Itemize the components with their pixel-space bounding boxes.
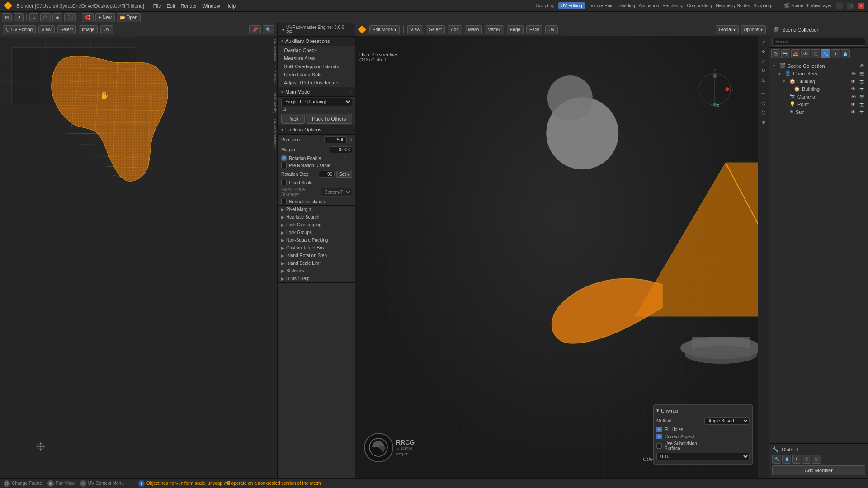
toolbar-icon-3[interactable]: ○ bbox=[29, 13, 38, 22]
cam-render[interactable]: 📷 bbox=[859, 94, 864, 99]
menu-file[interactable]: File bbox=[153, 3, 161, 9]
mod-icon-1[interactable]: 🔧 bbox=[772, 455, 781, 464]
pt-vis[interactable]: 👁 bbox=[851, 102, 856, 107]
bld2-render[interactable]: 📷 bbox=[859, 87, 864, 91]
overlap-check[interactable]: Overlap Check bbox=[278, 46, 355, 54]
tree-point[interactable]: 💡 Point 👁 📷 bbox=[769, 100, 868, 108]
uv-uv-btn[interactable]: UV bbox=[100, 25, 113, 34]
island-rotation-row[interactable]: ▶ Island Rotation Step bbox=[278, 252, 355, 259]
prop-icon-particles[interactable]: ✦ bbox=[831, 49, 840, 58]
workspace-uv[interactable]: UV Editing bbox=[558, 2, 585, 9]
fixed-scale-checkbox[interactable] bbox=[281, 180, 287, 185]
pre-rotation-checkbox[interactable] bbox=[281, 163, 287, 168]
minimize-btn[interactable]: ─ bbox=[836, 3, 843, 9]
prop-icon-render[interactable]: 📷 bbox=[781, 49, 790, 58]
prop-icon-scene[interactable]: 🎬 bbox=[771, 49, 780, 58]
options-btn[interactable]: Options ▾ bbox=[741, 25, 766, 34]
tree-scene[interactable]: ▾ 🎬 Scene Collection 👁 bbox=[769, 62, 868, 70]
uv-select-btn[interactable]: Select bbox=[57, 25, 76, 34]
undo-island-split[interactable]: Undo Island Split bbox=[278, 70, 355, 79]
vp-tool-6[interactable]: ✏ bbox=[760, 89, 768, 98]
margin-input[interactable] bbox=[330, 146, 352, 153]
bld1-vis[interactable]: 👁 bbox=[851, 79, 856, 84]
mod-icon-3[interactable]: ✦ bbox=[792, 455, 801, 464]
pack-to-others-btn[interactable]: Pack To Others bbox=[306, 114, 352, 124]
vp-tool-9[interactable]: ⊕ bbox=[760, 118, 768, 126]
vp-tool-1[interactable]: ↗ bbox=[760, 38, 768, 46]
pack-btn[interactable]: Pack bbox=[281, 114, 305, 124]
uv-view-btn[interactable]: View bbox=[38, 25, 55, 34]
maximize-btn[interactable]: □ bbox=[847, 3, 854, 9]
hints-help-row[interactable]: ▶ Hints / Help bbox=[278, 275, 355, 282]
packing-mode-extra[interactable]: ⊞ bbox=[282, 106, 286, 112]
menu-edit[interactable]: Edit bbox=[166, 3, 175, 9]
vp-tool-7[interactable]: ◎ bbox=[760, 99, 768, 107]
tree-characters[interactable]: ▾ 👤 Characters 👁 📷 bbox=[769, 70, 868, 77]
workspace-animation[interactable]: Animation bbox=[639, 3, 659, 8]
precision-input[interactable] bbox=[324, 136, 347, 143]
workspace-rendering[interactable]: Rendering bbox=[662, 3, 683, 8]
mod-icon-5[interactable]: ◎ bbox=[812, 455, 821, 464]
vp-tool-3[interactable]: ⤢ bbox=[760, 57, 768, 65]
prop-icon-modifier[interactable]: 🔧 bbox=[821, 49, 830, 58]
toolbar-icon-4[interactable]: ⬡ bbox=[40, 13, 51, 22]
uv-search-btn[interactable]: 🔍 bbox=[263, 25, 274, 34]
workspace-scripting[interactable]: Scripting bbox=[754, 3, 771, 8]
workspace-geometry[interactable]: Geometry Nodes bbox=[716, 3, 750, 8]
bld1-render[interactable]: 📷 bbox=[859, 79, 864, 84]
toolbar-icon-2[interactable]: ↗ bbox=[14, 13, 24, 22]
lock-groups-row[interactable]: ▶ Lock Groups bbox=[278, 229, 355, 236]
vp-edge-btn[interactable]: Edge bbox=[507, 25, 524, 34]
fixed-scale-strategy-select[interactable]: Bottom-Top bbox=[321, 188, 352, 197]
fill-holes-checkbox[interactable] bbox=[656, 427, 662, 432]
tree-camera[interactable]: 📷 Camera 👁 📷 bbox=[769, 93, 868, 100]
packing-options-header[interactable]: ▾ Packing Options bbox=[278, 125, 355, 135]
vp-tool-5[interactable]: ⇲ bbox=[760, 76, 768, 84]
mod-icon-4[interactable]: ⬡ bbox=[802, 455, 811, 464]
vp-mesh-btn[interactable]: Mesh bbox=[465, 25, 482, 34]
chars-vis[interactable]: 👁 bbox=[851, 71, 856, 76]
sun-vis[interactable]: 👁 bbox=[851, 109, 856, 115]
scene-vis[interactable]: 👁 bbox=[859, 63, 864, 69]
statistics-row[interactable]: ▶ Statistics bbox=[278, 267, 355, 275]
open-btn[interactable]: 📂 Open bbox=[117, 13, 141, 22]
add-modifier-btn[interactable]: Add Modifier bbox=[772, 465, 865, 475]
adjust-td[interactable]: Adjust TD To Unselected bbox=[278, 79, 355, 87]
aux-ops-header[interactable]: ▾ Auxiliary Operations bbox=[278, 37, 355, 46]
vp-select-btn[interactable]: Select bbox=[426, 25, 445, 34]
subdiv-value-select[interactable]: 0.10 bbox=[656, 453, 750, 460]
lock-overlapping-row[interactable]: ▶ Lock Overlapping bbox=[278, 221, 355, 229]
viewport-mode-btn[interactable]: Edit Mode ▾ bbox=[369, 25, 400, 34]
cam-vis[interactable]: 👁 bbox=[851, 94, 856, 99]
tree-building-1[interactable]: ▾ 🏠 Building 👁 📷 bbox=[769, 77, 868, 85]
tree-building-2[interactable]: 🏠 Building 👁 📷 bbox=[769, 85, 868, 93]
tree-sun[interactable]: ☀ Sun 👁 📷 bbox=[769, 108, 868, 116]
pt-render[interactable]: 📷 bbox=[859, 102, 864, 107]
heuristic-search-row[interactable]: ▶ Heuristic Search bbox=[278, 213, 355, 221]
prop-icon-output[interactable]: 📤 bbox=[791, 49, 800, 58]
menu-help[interactable]: Help bbox=[226, 3, 236, 9]
prop-search-input[interactable] bbox=[772, 38, 865, 46]
uv-label-packmaster[interactable]: UVPackmaster3 bbox=[269, 116, 277, 151]
close-btn[interactable]: ✕ bbox=[858, 3, 864, 9]
pixel-margin-row[interactable]: ▶ Pixel Margin bbox=[278, 206, 355, 213]
island-scale-row[interactable]: ▶ Island Scale Limit bbox=[278, 259, 355, 267]
uv-label-toolkit[interactable]: UV Toolkit bbox=[269, 64, 277, 87]
subdiv-checkbox[interactable] bbox=[656, 443, 662, 449]
uv-mode-btn[interactable]: ⬡ UV Editing bbox=[3, 25, 36, 34]
chars-render-vis[interactable]: 📷 bbox=[859, 71, 864, 76]
snap-btn[interactable]: 🧲 bbox=[82, 13, 94, 22]
rotation-enable-checkbox[interactable] bbox=[281, 155, 287, 161]
vp-tool-8[interactable]: ⬡ bbox=[760, 108, 768, 117]
vp-add-btn[interactable]: Add bbox=[448, 25, 462, 34]
prop-icon-physics[interactable]: 💧 bbox=[841, 49, 850, 58]
unwrap-collapse-arrow[interactable]: ▾ bbox=[656, 408, 659, 413]
rotation-step-btn[interactable]: Set ▾ bbox=[336, 171, 352, 178]
vp-tool-4[interactable]: ↻ bbox=[760, 66, 768, 75]
bld2-vis[interactable]: 👁 bbox=[851, 86, 856, 92]
non-square-row[interactable]: ▶ Non-Square Packing bbox=[278, 236, 355, 244]
main-mode-header[interactable]: ▾ Main Mode ≡ bbox=[278, 87, 355, 97]
mod-icon-2[interactable]: 💧 bbox=[782, 455, 791, 464]
uv-label-density[interactable]: Tiled Density bbox=[269, 87, 277, 116]
engine-arrow[interactable]: ▾ bbox=[282, 28, 284, 33]
